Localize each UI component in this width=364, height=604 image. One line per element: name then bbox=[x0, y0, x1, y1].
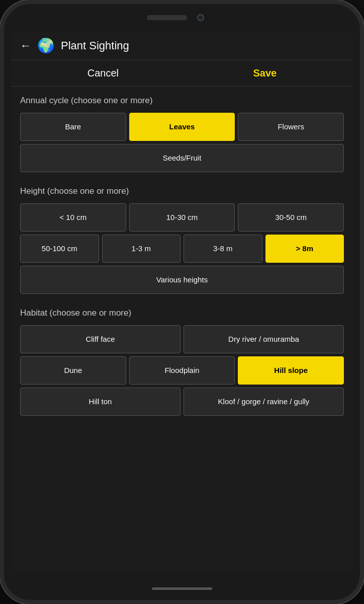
height-label: Height (choose one or more) bbox=[20, 186, 344, 196]
btn-cliff-face[interactable]: Cliff face bbox=[20, 325, 180, 353]
globe-icon: 🌍 bbox=[37, 39, 55, 53]
btn-leaves[interactable]: Leaves bbox=[129, 113, 235, 141]
habitat-label: Habitat (choose one or more) bbox=[20, 308, 344, 318]
action-bar: Cancel Save bbox=[11, 60, 353, 87]
cancel-button[interactable]: Cancel bbox=[87, 67, 119, 79]
btn-50-100cm[interactable]: 50-100 cm bbox=[20, 235, 99, 263]
btn-lt10cm[interactable]: < 10 cm bbox=[20, 203, 126, 232]
habitat-row3: Hill ton Kloof / gorge / ravine / gully bbox=[20, 388, 344, 416]
btn-bare[interactable]: Bare bbox=[20, 113, 126, 141]
phone-frame: ← 🌍 Plant Sighting Cancel Save Annual cy… bbox=[0, 0, 364, 604]
height-row1: < 10 cm 10-30 cm 30-50 cm bbox=[20, 203, 344, 232]
habitat-row1: Cliff face Dry river / omuramba bbox=[20, 325, 344, 353]
btn-gt8m[interactable]: > 8m bbox=[265, 235, 344, 263]
page-title: Plant Sighting bbox=[61, 39, 129, 52]
btn-3-8m[interactable]: 3-8 m bbox=[184, 235, 262, 263]
save-button[interactable]: Save bbox=[253, 67, 277, 79]
btn-floodplain[interactable]: Floodplain bbox=[129, 356, 235, 385]
header: ← 🌍 Plant Sighting bbox=[11, 32, 353, 60]
btn-kloof[interactable]: Kloof / gorge / ravine / gully bbox=[184, 388, 344, 416]
habitat-row2: Dune Floodplain Hill slope bbox=[20, 356, 344, 385]
height-row2: 50-100 cm 1-3 m 3-8 m > 8m bbox=[20, 235, 344, 263]
btn-dune[interactable]: Dune bbox=[20, 356, 126, 385]
btn-flowers[interactable]: Flowers bbox=[238, 113, 344, 141]
phone-screen: ← 🌍 Plant Sighting Cancel Save Annual cy… bbox=[11, 32, 353, 572]
content-scroll[interactable]: Annual cycle (choose one or more) Bare L… bbox=[11, 87, 353, 572]
btn-seeds-fruit[interactable]: Seeds/Fruit bbox=[20, 144, 344, 172]
phone-speaker bbox=[147, 15, 187, 20]
btn-1-3m[interactable]: 1-3 m bbox=[102, 235, 181, 263]
phone-camera bbox=[197, 14, 204, 21]
annual-cycle-section: Annual cycle (choose one or more) Bare L… bbox=[20, 96, 344, 172]
btn-30-50cm[interactable]: 30-50 cm bbox=[238, 203, 344, 232]
habitat-section: Habitat (choose one or more) Cliff face … bbox=[20, 308, 344, 416]
height-row3: Various heights bbox=[20, 266, 344, 294]
btn-hill-top[interactable]: Hill ton bbox=[20, 388, 180, 416]
annual-cycle-row2: Seeds/Fruit bbox=[20, 144, 344, 172]
height-section: Height (choose one or more) < 10 cm 10-3… bbox=[20, 186, 344, 294]
btn-10-30cm[interactable]: 10-30 cm bbox=[129, 203, 235, 232]
btn-hill-slope[interactable]: Hill slope bbox=[238, 356, 344, 385]
btn-various-heights[interactable]: Various heights bbox=[20, 266, 344, 294]
annual-cycle-label: Annual cycle (choose one or more) bbox=[20, 96, 344, 106]
btn-dry-river[interactable]: Dry river / omuramba bbox=[184, 325, 344, 353]
annual-cycle-row1: Bare Leaves Flowers bbox=[20, 113, 344, 141]
home-bar bbox=[152, 587, 212, 590]
back-button[interactable]: ← bbox=[20, 40, 31, 51]
